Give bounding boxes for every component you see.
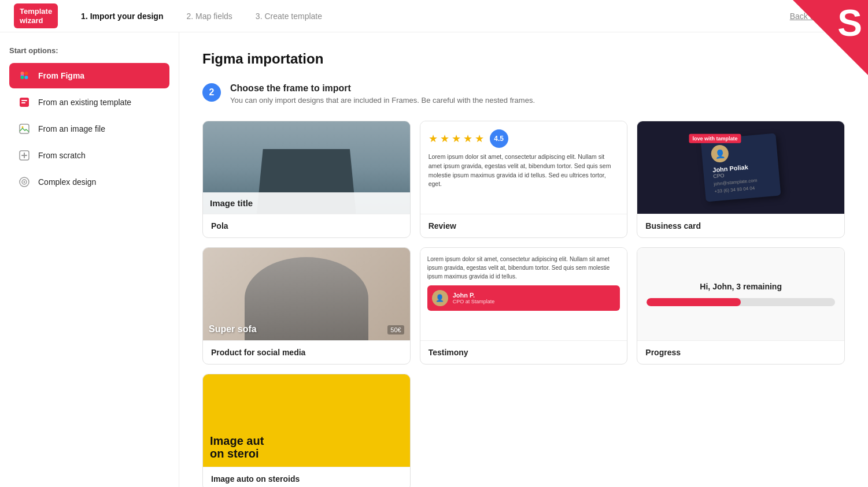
frame-card-review[interactable]: ★ ★ ★ ★ ★ 4.5 Lorem ipsum dolor sit amet… xyxy=(420,121,628,238)
page-title: Figma importation xyxy=(202,51,845,67)
frame-card-image-auto[interactable]: Image aut on steroi Image auto on steroi… xyxy=(202,374,411,487)
frame-card-sofa[interactable]: Super sofa 50€ Product for social media xyxy=(202,247,411,365)
nav-step-3[interactable]: 3. Create template xyxy=(256,12,322,21)
svg-rect-4 xyxy=(21,76,24,79)
start-options-label: Start options: xyxy=(9,46,169,55)
progress-bar-fill xyxy=(647,298,741,306)
frame-label-pola: Pola xyxy=(203,214,410,237)
step-badge: 2 xyxy=(202,83,221,102)
svg-rect-7 xyxy=(21,102,25,103)
pola-image-title: Image title xyxy=(203,192,410,214)
testimony-text: Lorem ipsum dolor sit amet, consectetur … xyxy=(427,255,620,281)
star-2: ★ xyxy=(440,132,449,145)
sidebar-item-from-existing[interactable]: From an existing template xyxy=(9,90,169,115)
logo: Template wizard xyxy=(14,3,58,28)
frame-preview-review: ★ ★ ★ ★ ★ 4.5 Lorem ipsum dolor sit amet… xyxy=(420,121,627,214)
frames-grid: Image title Pola ★ ★ ★ ★ ★ 4.5 Lorem ips… xyxy=(202,121,845,487)
image-auto-text: Image aut on steroi xyxy=(210,434,264,460)
star-3: ★ xyxy=(452,132,461,145)
star-4: ★ xyxy=(463,132,472,145)
s-logo-letter: S xyxy=(837,5,862,42)
frame-label-review: Review xyxy=(420,214,627,237)
progress-bar-bg xyxy=(647,298,835,306)
testimony-role: CPO at Stamplate xyxy=(453,299,495,304)
review-score-badge: 4.5 xyxy=(490,129,508,148)
svg-point-15 xyxy=(24,181,25,183)
scratch-icon xyxy=(17,148,31,162)
step-section: 2 Choose the frame to import You can onl… xyxy=(202,83,845,105)
svg-rect-2 xyxy=(25,72,28,75)
testimony-person: 👤 John P. CPO at Stamplate xyxy=(427,285,620,311)
image-auto-line2: on steroi xyxy=(210,447,264,460)
svg-rect-3 xyxy=(25,76,28,79)
nav-steps: 1. Import your design 2. Map fields 3. C… xyxy=(81,12,322,21)
svg-rect-8 xyxy=(20,124,29,133)
frame-preview-bizcard: love with tamplate 👤 John Poliak CPO joh… xyxy=(637,121,844,214)
sidebar-complex-label: Complex design xyxy=(38,177,96,187)
sidebar-item-complex[interactable]: Complex design xyxy=(9,169,169,195)
header: Template wizard 1. Import your design 2.… xyxy=(0,0,868,32)
sidebar-existing-label: From an existing template xyxy=(38,98,131,107)
step-heading: Choose the frame to import xyxy=(230,83,535,94)
frame-label-progress: Progress xyxy=(637,340,844,364)
nav-step-1[interactable]: 1. Import your design xyxy=(81,12,163,21)
review-text: Lorem ipsum dolor sit amet, consectetur … xyxy=(429,153,619,189)
frame-label-bizcard: Business card xyxy=(637,214,844,237)
bizcard-avatar: 👤 xyxy=(711,144,730,163)
nav-step-2[interactable]: 2. Map fields xyxy=(186,12,232,21)
star-1: ★ xyxy=(429,132,438,145)
svg-rect-6 xyxy=(21,100,27,101)
image-auto-line1: Image aut xyxy=(210,434,264,447)
frame-card-pola[interactable]: Image title Pola xyxy=(202,121,411,238)
complex-icon xyxy=(17,175,31,189)
frame-card-progress[interactable]: Hi, John, 3 remaining Progress xyxy=(637,247,845,365)
sidebar-item-from-scratch[interactable]: From scratch xyxy=(9,143,169,168)
frame-label-image-auto: Image auto on steroids xyxy=(203,467,410,487)
sidebar: Start options: From Figma xyxy=(0,32,179,487)
testimony-name: John P. xyxy=(453,292,495,299)
bizcard-love-text: love with tamplate xyxy=(689,134,741,143)
app-layout: Start options: From Figma xyxy=(0,32,868,487)
template-icon xyxy=(17,95,31,109)
image-file-icon xyxy=(17,122,31,136)
main-content: Figma importation 2 Choose the frame to … xyxy=(179,32,868,487)
step-description: You can only import designs that are inc… xyxy=(230,96,535,105)
sidebar-item-from-image[interactable]: From an image file xyxy=(9,116,169,142)
review-stars: ★ ★ ★ ★ ★ 4.5 xyxy=(429,129,619,148)
frame-preview-progress: Hi, John, 3 remaining xyxy=(637,248,844,340)
frame-preview-testimony: Lorem ipsum dolor sit amet, consectetur … xyxy=(420,248,627,340)
sofa-overlay-title: Super sofa xyxy=(209,324,257,334)
frame-card-testimony[interactable]: Lorem ipsum dolor sit amet, consectetur … xyxy=(420,247,628,365)
svg-rect-1 xyxy=(21,72,24,75)
svg-rect-12 xyxy=(24,153,25,158)
sidebar-figma-label: From Figma xyxy=(38,71,84,80)
frame-label-testimony: Testimony xyxy=(420,340,627,364)
star-5: ★ xyxy=(475,132,484,145)
frame-preview-pola: Image title xyxy=(203,121,410,214)
sofa-person-shape xyxy=(245,257,369,340)
sofa-price: 50€ xyxy=(387,325,404,334)
frame-preview-sofa: Super sofa 50€ xyxy=(203,248,410,340)
frame-preview-image-auto: Image aut on steroi xyxy=(203,374,410,467)
step-text: Choose the frame to import You can only … xyxy=(230,83,535,105)
testimony-avatar: 👤 xyxy=(432,290,448,306)
sidebar-item-from-figma[interactable]: From Figma xyxy=(9,63,169,88)
testimony-person-info: John P. CPO at Stamplate xyxy=(453,292,495,304)
frame-card-bizcard[interactable]: love with tamplate 👤 John Poliak CPO joh… xyxy=(637,121,845,238)
figma-icon xyxy=(17,69,31,83)
bizcard-inner: love with tamplate 👤 John Poliak CPO joh… xyxy=(701,133,781,202)
frame-label-sofa: Product for social media xyxy=(203,340,410,364)
sidebar-scratch-label: From scratch xyxy=(38,151,86,160)
sidebar-image-label: From an image file xyxy=(38,124,105,133)
progress-greeting: Hi, John, 3 remaining xyxy=(700,282,782,291)
